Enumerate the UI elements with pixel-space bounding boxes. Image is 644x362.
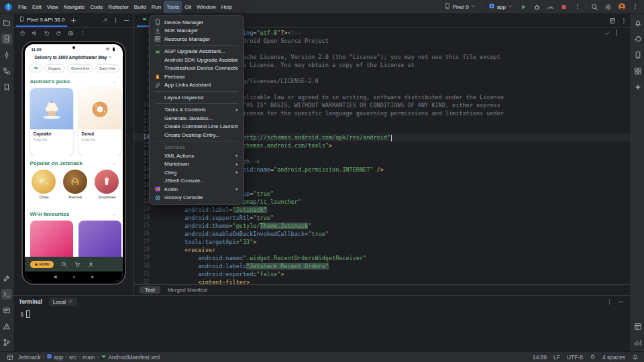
assistant-icon[interactable] [633,82,643,93]
tools-menu-item-troubleshoot-device-connections[interactable]: Troubleshoot Device Connections [150,64,244,73]
code-line-28[interactable]: 28 <receiver [134,246,631,254]
settings-button[interactable] [603,2,613,12]
rotate-left-button[interactable] [42,29,51,38]
code-line-32[interactable]: 32 <intent-filter> [134,278,631,284]
notifications-icon[interactable] [632,353,639,361]
panel-hide-button[interactable] [122,16,131,25]
menu-window[interactable]: Window [194,1,218,13]
wfh-card-2[interactable] [78,221,121,257]
menu-build[interactable]: Build [131,1,149,13]
filter-chip-gluten-free[interactable]: Gluten-free [67,64,94,72]
line-number[interactable]: 29 [134,254,154,262]
tools-menu-item-tasks-contexts[interactable]: Tasks & Contexts▸ [150,106,244,115]
resource-manager-icon[interactable] [633,66,643,76]
tools-menu-item-firebase[interactable]: Firebase [150,72,244,81]
code-line-25[interactable]: 25 android:theme="@style/Theme.Jetsnack" [134,222,631,230]
tools-menu-item-cling[interactable]: Cling▸ [150,168,244,177]
delivery-address[interactable]: Delivery to 1600 Amphitheater Way [25,52,123,62]
folder-icon[interactable] [1,17,12,28]
run-configuration-selector[interactable]: app [486,2,515,11]
line-ending[interactable]: LF [553,354,560,361]
nav-recents-button[interactable]: ■ [91,275,94,279]
search-everywhere-button[interactable] [590,2,600,12]
section-arrow-icon[interactable]: → [111,211,117,217]
code-line-27[interactable]: 27 tools:targetApi="33"> [134,238,631,246]
menu-file[interactable]: File [15,1,30,13]
menu-git[interactable]: Git [182,1,194,13]
encoding[interactable]: UTF-8 [567,354,583,361]
device-selector[interactable]: Pixel 9 [441,2,478,11]
rotate-right-button[interactable] [54,29,63,38]
wfh-card-1[interactable] [30,221,73,257]
app-insights-icon[interactable] [633,337,643,348]
window-options-button[interactable] [630,2,640,12]
menu-code[interactable]: Code [87,1,105,13]
filter-chip-dairy-free[interactable]: Dairy-free [95,64,119,72]
phone-screen[interactable]: 11:26 Delivery to 1600 Amphitheater Way … [25,44,123,282]
breadcrumb-androidmanifest-xml[interactable]: AndroidManifest.xml [101,353,160,361]
running-devices-icon[interactable] [1,34,12,44]
nav-home-button[interactable]: ● [73,275,76,279]
terminal-hide-button[interactable] [616,298,625,306]
snack-circle-chips[interactable]: Chips [32,170,57,206]
add-device-tab-button[interactable] [69,16,78,25]
tools-menu-item-app-links-assistant[interactable]: App Links Assistant [150,81,244,90]
close-terminal-tab-icon[interactable] [68,299,73,305]
power-button[interactable] [18,29,27,38]
volume-button[interactable] [30,29,39,38]
menu-help[interactable]: Help [219,1,235,13]
code-line-23[interactable]: 23 android:label="Jetsnack" [134,206,631,214]
editor-options-button[interactable] [619,16,628,25]
breadcrumb-jetsnack[interactable]: Jetsnack [18,354,41,361]
code-line-26[interactable]: 26 android:enableOnBackInvokedCallback="… [134,230,631,238]
terminal-tab-local[interactable]: Local [49,298,77,306]
tools-menu-item-device-manager[interactable]: Device Manager [150,18,244,27]
tools-menu-item-resource-manager[interactable]: Resource Manager [150,35,244,44]
breadcrumb-main[interactable]: main [83,354,95,361]
stop-button[interactable] [559,2,569,12]
run-button[interactable] [519,2,529,12]
profiler-button[interactable] [545,2,555,12]
snack-card-donut[interactable]: DonutA tag line [78,88,121,156]
gradle-icon[interactable] [633,34,643,44]
tools-menu-item-create-command-line-launcher[interactable]: Create Command Line Launcher... [150,123,244,131]
menu-edit[interactable]: Edit [30,1,44,13]
terminal-output[interactable]: $ [13,308,631,320]
nav-home-pill[interactable]: HOME [30,261,54,268]
device-tab-pixel9[interactable]: Pixel 9 API 36.0 [16,14,67,27]
device-manager-icon[interactable] [633,50,643,60]
tools-menu-item-jshell-console[interactable]: JShell Console... [150,177,244,186]
tool-window-layout-button[interactable] [5,353,14,361]
tools-menu-item-xml-actions[interactable]: XML Actions▸ [150,152,244,160]
code-line-31[interactable]: 31 android:exported="false"> [134,270,631,278]
line-number[interactable]: 32 [134,278,154,284]
kebab-button[interactable] [78,29,87,38]
line-number[interactable]: 23 [134,206,154,214]
terminal-icon[interactable] [1,289,12,300]
panel-options-button[interactable] [111,16,120,25]
section-arrow-icon[interactable]: → [111,160,117,166]
bookmarks-icon[interactable] [1,82,12,93]
tools-menu-item-groovy-console[interactable]: Groovy Console [150,194,244,202]
line-number[interactable]: 26 [134,230,154,238]
line-number[interactable]: 30 [134,262,154,270]
more-run-actions-button[interactable] [572,2,582,12]
menu-tools[interactable]: Tools [164,1,182,13]
code-line-24[interactable]: 24 android:supportsRtl="true" [134,214,631,222]
section-arrow-icon[interactable]: → [111,78,117,84]
code-line-29[interactable]: 29 android:name=".widget.RecentOrdersWid… [134,254,631,262]
line-number[interactable]: 31 [134,270,154,278]
commit-icon[interactable] [1,50,12,60]
problems-icon[interactable] [1,321,12,332]
nav-profile-icon[interactable] [88,261,94,267]
logcat-icon[interactable] [1,305,12,316]
split-editor-button[interactable] [608,16,616,25]
view-tab-text[interactable]: Text [140,286,160,294]
line-number[interactable]: 28 [134,246,154,254]
nav-search-icon[interactable] [61,261,67,267]
code-line-30[interactable]: 30 android:label="Jetsnack Recent Orders… [134,262,631,270]
tools-menu-item-kotlin[interactable]: Kotlin▸ [150,185,244,194]
menu-run[interactable]: Run [149,1,164,13]
terminal-options-button[interactable] [605,298,614,306]
line-number[interactable]: 24 [134,214,154,222]
